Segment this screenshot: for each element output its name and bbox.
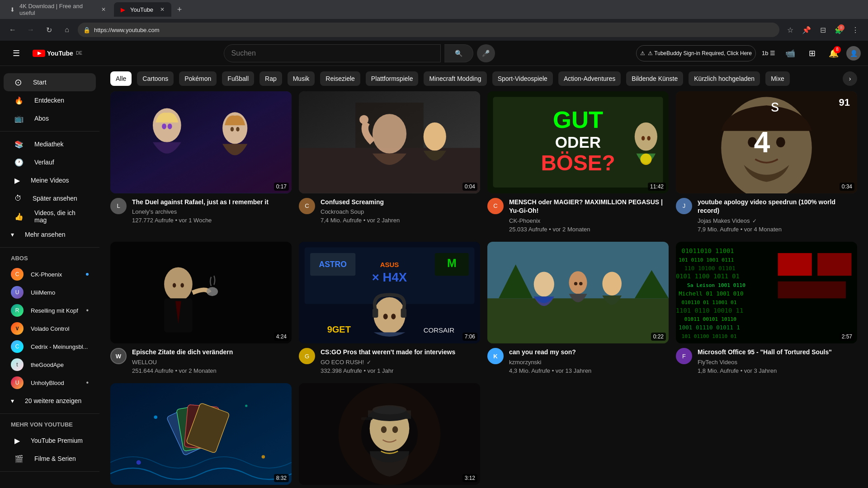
sidebar-item-abos[interactable]: 📺 Abos bbox=[4, 109, 96, 127]
filter-label-bildende: Bildende Künste bbox=[632, 75, 678, 82]
filter-chip-kuerzlich[interactable]: Kürzlich hochgeladen bbox=[689, 71, 760, 86]
video-thumbnail-10: 3:12 bbox=[299, 383, 480, 485]
tubebuddy-button[interactable]: ⚠ ⚠ TubeBuddy Sign-in Required, Click He… bbox=[636, 45, 756, 61]
address-bar[interactable]: 🔒 https://www.youtube.com bbox=[78, 23, 779, 37]
sidebar-item-meine-videos[interactable]: ▶ Meine Videos bbox=[4, 171, 96, 189]
video-stats-4: 7,9 Mio. Aufrufe • vor 4 Monaten bbox=[698, 226, 857, 233]
yt-account-avatar[interactable]: 👤 bbox=[846, 46, 861, 61]
video-card-5[interactable]: 4:24 W Epische Zitate die dich verändern… bbox=[110, 242, 292, 376]
refresh-button[interactable]: ↻ bbox=[42, 23, 56, 37]
sub-name-ui: UiiiMemo bbox=[31, 289, 89, 296]
svg-rect-47 bbox=[401, 309, 407, 318]
filter-chip-bildende[interactable]: Bildende Künste bbox=[626, 71, 683, 86]
video-card-1[interactable]: 0:17 L The Duel against Rafael, just as … bbox=[110, 91, 292, 235]
video-duration-2: 0:04 bbox=[462, 183, 477, 191]
sidebar-show-more-subs-button[interactable]: ▾ 20 weitere anzeigen bbox=[0, 392, 99, 410]
filter-chip-reiseziele[interactable]: Reiseziele bbox=[320, 71, 360, 86]
sidebar-item-entdecken[interactable]: 🔥 Entdecken bbox=[4, 91, 96, 109]
pocket-icon[interactable]: 📌 bbox=[799, 23, 814, 37]
filter-chip-alle[interactable]: Alle bbox=[110, 71, 132, 86]
channel-avatar-8: F bbox=[676, 348, 692, 364]
sub-name-re: Reselling mit Kopf bbox=[31, 307, 79, 314]
video-details-8: Microsoft Office 95 - "Hall of Tortured … bbox=[698, 348, 857, 374]
filter-label-musik: Musik bbox=[293, 75, 310, 82]
sidebar-sub-un[interactable]: U UnholyBlood • bbox=[0, 374, 99, 392]
video-card-4[interactable]: 4 s 91 0:34 J youtube apology video spee… bbox=[676, 91, 857, 235]
yt-search-button[interactable]: 🔍 bbox=[444, 44, 473, 62]
yt-search-container: 🔍 🎤 bbox=[90, 44, 629, 62]
filter-chip-sport[interactable]: Sport-Videospiele bbox=[492, 71, 553, 86]
sidebar-sub-vo[interactable]: V Volado Control bbox=[0, 319, 99, 338]
video-channel-6: GO ECO RUSH! ✓ bbox=[321, 359, 480, 366]
filter-chip-musik[interactable]: Musik bbox=[288, 71, 315, 86]
avatar-initial: 👤 bbox=[850, 50, 858, 57]
sidebar-item-verlauf[interactable]: 🕐 Verlauf bbox=[4, 153, 96, 171]
filter-chip-cartoons[interactable]: Cartoons bbox=[137, 71, 174, 86]
svg-text:ODER: ODER bbox=[555, 133, 601, 151]
svg-rect-30 bbox=[110, 242, 292, 344]
tab-4k-download[interactable]: ⬇ 4K Download | Free and useful ✕ bbox=[4, 2, 112, 17]
sidebar-sub-ce[interactable]: C Cedrix - Meinungsbl... bbox=[0, 338, 99, 356]
video-card-9[interactable]: 8:32 C Yu-Gi-Oh! Card Collection CK-Phoe… bbox=[110, 383, 292, 488]
browser-menu-icon[interactable]: ⋮ bbox=[848, 23, 863, 37]
video-card-10[interactable]: 3:12 U Dark Gameplay Montage UnholyBlood… bbox=[299, 383, 480, 488]
svg-text:ASUS: ASUS bbox=[380, 261, 399, 268]
svg-point-14 bbox=[359, 115, 368, 124]
tab-close-4k[interactable]: ✕ bbox=[100, 6, 107, 13]
video-card-7[interactable]: 0:22 K can you read my son? kzmorzynski … bbox=[487, 242, 669, 376]
sidebar-sub-re[interactable]: R Reselling mit Kopf • bbox=[0, 301, 99, 319]
yt-logo[interactable]: YouTube DE bbox=[33, 49, 82, 58]
new-tab-button[interactable]: + bbox=[173, 3, 186, 16]
youtube-app: ☰ YouTube DE 🔍 🎤 ⚠ ⚠ TubeBuddy Sign bbox=[0, 41, 868, 488]
sidebar-item-premium[interactable]: ▶ YouTube Premium bbox=[4, 432, 96, 450]
yt-notifications-button[interactable]: 🔔 8 bbox=[825, 44, 843, 62]
filter-chip-mixe[interactable]: Mixe bbox=[765, 71, 790, 86]
video-card-6[interactable]: ASTRO M ASUS × H4X bbox=[299, 242, 480, 376]
sidebar-show-more-button[interactable]: ▾ Mehr ansehen bbox=[0, 225, 99, 244]
video-title-5: Epische Zitate die dich verändern bbox=[132, 348, 292, 357]
sidebar-item-spaeter[interactable]: ⏱ Später ansehen bbox=[4, 189, 96, 207]
filter-chip-minecraft[interactable]: Minecraft Modding bbox=[424, 71, 486, 86]
sub-name-ce: Cedrix - Meinungsbl... bbox=[31, 343, 89, 350]
svg-point-83 bbox=[262, 455, 265, 459]
filter-chip-pokemon[interactable]: Pokémon bbox=[179, 71, 217, 86]
back-button[interactable]: ← bbox=[5, 23, 20, 37]
home-button[interactable]: ⌂ bbox=[60, 23, 74, 37]
tubebuddy-extra-icon[interactable]: 1b ☰ bbox=[760, 44, 778, 62]
filter-scroll-right[interactable]: › bbox=[843, 71, 857, 86]
svg-rect-72 bbox=[778, 253, 812, 276]
video-card-2[interactable]: 0:04 C Confused Screaming Cockroach Soup… bbox=[299, 91, 480, 235]
yt-search-input[interactable] bbox=[231, 49, 433, 57]
tab-title-4k: 4K Download | Free and useful bbox=[19, 3, 94, 16]
yt-mic-button[interactable]: 🎤 bbox=[477, 44, 495, 62]
sidebar-item-mediathek[interactable]: 📚 Mediathek bbox=[4, 135, 96, 153]
filter-chip-action[interactable]: Action-Adventures bbox=[558, 71, 621, 86]
tab-close-yt[interactable]: ✕ bbox=[159, 6, 166, 13]
sidebar-sub-ga[interactable]: t theGoodApe bbox=[0, 356, 99, 374]
filter-chip-fussball[interactable]: Fußball bbox=[222, 71, 254, 86]
yt-upload-button[interactable]: 📹 bbox=[781, 44, 799, 62]
sidebar-toggle[interactable]: ⊟ bbox=[816, 23, 830, 37]
sidebar-item-filme[interactable]: 🎬 Filme & Serien bbox=[4, 450, 96, 468]
filter-chip-rap[interactable]: Rap bbox=[259, 71, 282, 86]
channel-avatar-1: L bbox=[110, 198, 127, 214]
thumb-svg-6: ASTRO M ASUS × H4X bbox=[299, 242, 480, 344]
sidebar-sub-ui[interactable]: U UiiiMemo bbox=[0, 283, 99, 301]
abos-title: ABOS bbox=[0, 251, 99, 265]
extensions-icon[interactable]: 🧩 8 bbox=[832, 23, 846, 37]
forward-button[interactable]: → bbox=[24, 23, 38, 37]
yt-apps-button[interactable]: ⊞ bbox=[803, 44, 821, 62]
sidebar-item-geliked[interactable]: 👍 Videos, die ich mag bbox=[4, 207, 96, 225]
svg-text:BÖSE?: BÖSE? bbox=[541, 151, 615, 175]
video-thumbnail-2: 0:04 bbox=[299, 91, 480, 193]
tab-youtube[interactable]: ▶ YouTube ✕ bbox=[114, 2, 171, 17]
filter-chip-plattformspiele[interactable]: Plattformspiele bbox=[366, 71, 419, 86]
bookmark-icon[interactable]: ☆ bbox=[783, 23, 797, 37]
video-card-3[interactable]: GUT ODER BÖSE? 11:42 bbox=[487, 91, 669, 235]
video-details-6: CS:GO Pros that weren't made for intervi… bbox=[321, 348, 480, 374]
sidebar-item-start[interactable]: ⊙ Start bbox=[4, 73, 96, 91]
yt-hamburger-menu[interactable]: ☰ bbox=[7, 44, 25, 62]
yt-search-bar[interactable] bbox=[224, 44, 441, 62]
sidebar-sub-ck[interactable]: C CK-Phoenix bbox=[0, 265, 99, 283]
video-card-8[interactable]: 01011010 11001 101 0110 1001 0111 110 10… bbox=[676, 242, 857, 376]
